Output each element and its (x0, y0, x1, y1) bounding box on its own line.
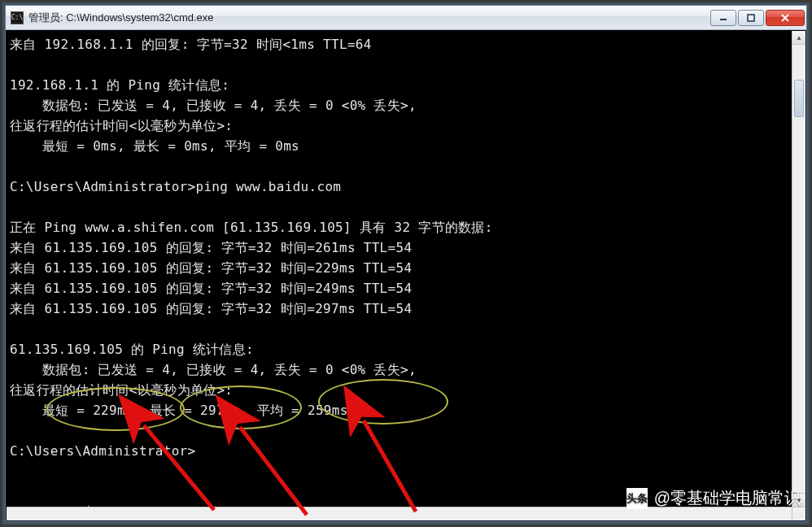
titlebar[interactable]: C:\ 管理员: C:\Windows\system32\cmd.exe (6, 6, 806, 30)
window-title: 管理员: C:\Windows\system32\cmd.exe (28, 11, 709, 25)
scrollbar-corner (792, 507, 805, 520)
minimize-button[interactable] (710, 10, 736, 26)
horizontal-scrollbar[interactable] (7, 507, 792, 520)
vertical-scrollbar[interactable]: ▲ ▼ (792, 31, 805, 507)
scroll-down-button[interactable]: ▼ (792, 493, 805, 507)
cmd-window: C:\ 管理员: C:\Windows\system32\cmd.exe 来自 … (5, 5, 807, 522)
console-output[interactable]: 来自 192.168.1.1 的回复: 字节=32 时间<1ms TTL=64 … (7, 31, 792, 507)
scroll-up-button[interactable]: ▲ (792, 31, 805, 45)
close-button[interactable] (766, 10, 805, 26)
svg-rect-1 (748, 15, 754, 21)
maximize-button[interactable] (738, 10, 764, 26)
scroll-thumb[interactable] (794, 80, 804, 117)
window-controls (709, 10, 805, 26)
cmd-icon: C:\ (11, 11, 24, 24)
